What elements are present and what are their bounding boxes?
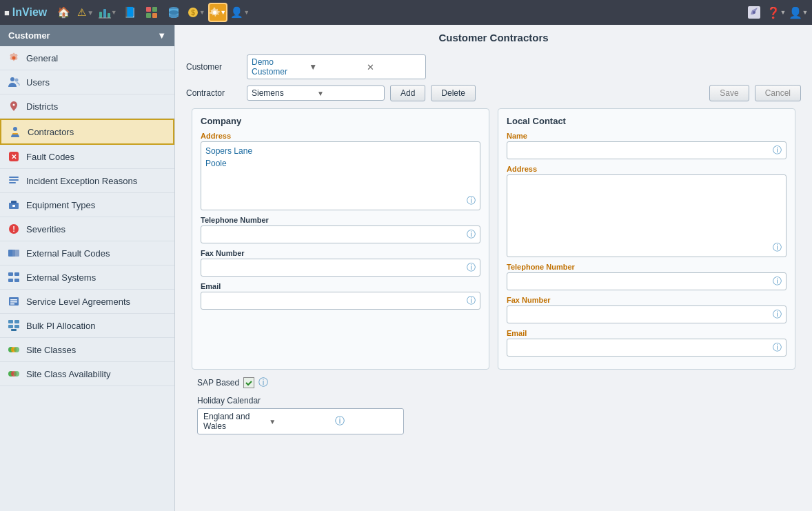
chart-icon[interactable]: ▼	[98, 3, 117, 22]
holiday-calendar-arrow[interactable]: ▼	[269, 418, 332, 425]
svg-rect-32	[12, 250, 19, 257]
svg-rect-35	[8, 279, 13, 282]
sidebar-item-external-systems-label: External Systems	[26, 272, 96, 283]
svg-rect-41	[8, 320, 13, 323]
sla-icon	[7, 294, 21, 308]
sidebar-item-general-label: General	[26, 53, 58, 63]
sidebar-collapse-icon[interactable]: ▼	[157, 30, 166, 41]
sidebar-item-general[interactable]: General	[0, 46, 174, 70]
contact-email-input[interactable]: ⓘ	[507, 339, 786, 357]
contractor-select[interactable]: Siemens ▼	[247, 86, 385, 101]
contact-email-text-input[interactable]	[511, 343, 770, 352]
sidebar-item-severities-label: Severities	[26, 224, 65, 234]
company-fax-info-icon[interactable]: ⓘ	[467, 261, 476, 274]
contact-address-input[interactable]: ⓘ	[507, 174, 786, 257]
contact-fax-input[interactable]: ⓘ	[507, 305, 786, 323]
company-email-info-icon[interactable]: ⓘ	[467, 294, 476, 307]
company-fax-input[interactable]: ⓘ	[201, 259, 480, 277]
customer-section: Customer Demo Customer ▼ ✕ Contractor Si…	[175, 49, 812, 447]
company-telephone-text-input[interactable]	[205, 230, 464, 239]
holiday-calendar-section: Holiday Calendar England and Wales ▼ ⓘ	[197, 396, 790, 434]
sidebar-item-contractors[interactable]: Contractors	[0, 119, 174, 145]
svg-point-48	[14, 347, 19, 352]
company-panel: Company Address Sopers Lane Poole ⓘ	[192, 108, 489, 370]
sidebar-item-site-classes-label: Site Classes	[26, 345, 76, 355]
sap-based-info-icon[interactable]: ⓘ	[258, 377, 268, 389]
company-address-info-icon[interactable]: ⓘ	[467, 194, 476, 207]
company-telephone-input[interactable]: ⓘ	[201, 226, 480, 243]
contact-fax-text-input[interactable]	[511, 310, 770, 319]
svg-rect-4	[152, 7, 157, 12]
page-title: Customer Contractors	[175, 25, 812, 49]
cancel-button[interactable]: Cancel	[755, 85, 801, 101]
delete-button[interactable]: Delete	[431, 85, 476, 101]
save-button[interactable]: Save	[709, 85, 749, 101]
svg-text:!: !	[12, 225, 15, 233]
main-layout: Customer ▼ General Users Districts	[0, 25, 812, 511]
contact-telephone-info-icon[interactable]: ⓘ	[773, 275, 782, 288]
book-icon[interactable]: 📘	[120, 3, 139, 22]
sidebar-item-bulk-pi-allocation-label: Bulk PI Allocation	[26, 321, 95, 331]
ext-fault-icon	[7, 246, 21, 260]
sidebar-item-incident-exception-reasons[interactable]: Incident Exception Reasons	[0, 169, 174, 193]
svg-rect-42	[14, 320, 19, 323]
contact-telephone-input[interactable]: ⓘ	[507, 272, 786, 290]
customer-select[interactable]: Demo Customer ▼ ✕	[247, 54, 426, 79]
alert-icon[interactable]: ⚠ ▼	[76, 3, 95, 22]
company-address-field: Address Sopers Lane Poole ⓘ	[201, 132, 480, 210]
home-icon[interactable]: 🏠	[54, 3, 73, 22]
help-icon[interactable]: ❓▼	[767, 3, 786, 22]
svg-rect-40	[10, 303, 14, 305]
contractor-dropdown-arrow[interactable]: ▼	[317, 90, 380, 97]
contact-name-label: Name	[507, 132, 786, 140]
svg-rect-45	[11, 329, 17, 331]
holiday-calendar-select[interactable]: England and Wales ▼ ⓘ	[197, 408, 404, 434]
sidebar-item-external-systems[interactable]: External Systems	[0, 265, 174, 290]
contact-fax-info-icon[interactable]: ⓘ	[773, 308, 782, 321]
grid-icon[interactable]	[142, 3, 161, 22]
customer-label: Customer	[186, 62, 241, 72]
user-icon[interactable]: 👤▼	[230, 3, 250, 22]
sidebar-item-equipment-types[interactable]: Equipment Types	[0, 193, 174, 217]
add-button[interactable]: Add	[390, 85, 425, 101]
settings-icon[interactable]: ▼	[208, 3, 227, 22]
svg-point-17	[15, 79, 19, 82]
sidebar-item-sla[interactable]: Service Level Agreements	[0, 290, 174, 314]
sidebar-item-site-classes[interactable]: Site Classes	[0, 338, 174, 362]
contact-address-label: Address	[507, 165, 786, 173]
sidebar-item-users[interactable]: Users	[0, 70, 174, 94]
content-area: Customer Contractors Customer Demo Custo…	[175, 25, 812, 511]
contractors-icon	[8, 125, 22, 139]
company-telephone-label: Telephone Number	[201, 216, 480, 224]
contact-email-info-icon[interactable]: ⓘ	[773, 341, 782, 354]
customer-clear-button[interactable]: ✕	[367, 62, 421, 72]
contact-telephone-text-input[interactable]	[511, 277, 770, 286]
sidebar-item-fault-codes[interactable]: ✕ Fault Codes	[0, 145, 174, 169]
sidebar-item-districts[interactable]: Districts	[0, 94, 174, 119]
database-icon[interactable]	[164, 3, 183, 22]
contact-address-text-input[interactable]	[511, 178, 770, 188]
company-telephone-info-icon[interactable]: ⓘ	[467, 228, 476, 241]
contact-name-info-icon[interactable]: ⓘ	[773, 144, 782, 157]
sidebar-item-sla-label: Service Level Agreements	[26, 297, 130, 307]
sidebar-item-bulk-pi-allocation[interactable]: Bulk PI Allocation	[0, 314, 174, 338]
company-fax-text-input[interactable]	[205, 263, 464, 272]
holiday-calendar-info-icon[interactable]: ⓘ	[335, 415, 398, 428]
sap-based-checkbox[interactable]	[243, 377, 254, 388]
sidebar-item-site-class-availability[interactable]: Site Class Availability	[0, 362, 174, 386]
money-icon[interactable]: $ ▼	[186, 3, 205, 22]
contact-address-info-icon[interactable]: ⓘ	[773, 241, 782, 254]
fault-icon: ✕	[7, 150, 21, 163]
sidebar-item-external-fault-codes[interactable]: External Fault Codes	[0, 241, 174, 265]
account-icon[interactable]: 👤▼	[789, 3, 808, 22]
contact-name-text-input[interactable]	[511, 146, 770, 155]
company-email-field: Email ⓘ	[201, 282, 480, 310]
svg-point-18	[13, 104, 15, 106]
company-email-input[interactable]: ⓘ	[201, 292, 480, 310]
company-email-text-input[interactable]	[205, 296, 464, 305]
customer-dropdown-arrow[interactable]: ▼	[309, 62, 363, 72]
company-address-input[interactable]: Sopers Lane Poole ⓘ	[201, 141, 480, 210]
edit-icon[interactable]	[744, 3, 764, 22]
sidebar-item-severities[interactable]: ! Severities	[0, 217, 174, 241]
contact-name-input[interactable]: ⓘ	[507, 141, 786, 159]
